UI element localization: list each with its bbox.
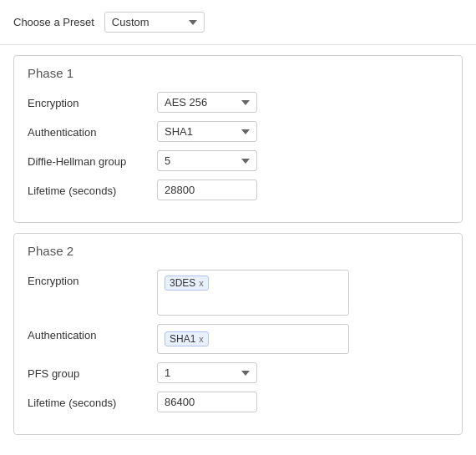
phase2-section: Phase 2 Encryption 3DES x Authentication… [13,233,463,435]
phase1-auth-label: Authentication [28,121,157,139]
phase1-dh-row: Diffie-Hellman group 1 2 5 14 [28,150,448,171]
phase1-encryption-label: Encryption [28,92,157,109]
phase2-pfs-select[interactable]: 1 2 5 14 [157,362,257,383]
phase1-title: Phase 1 [28,66,448,80]
phase2-auth-control: SHA1 x [157,324,448,354]
phase1-lifetime-label: Lifetime (seconds) [28,179,157,197]
phase2-pfs-label: PFS group [28,362,157,380]
phase1-dh-control: 1 2 5 14 [157,150,448,171]
phase2-encryption-label: Encryption [28,270,157,287]
phase2-title: Phase 2 [28,244,448,258]
phase2-auth-label: Authentication [28,324,157,341]
phase2-pfs-row: PFS group 1 2 5 14 [28,362,448,383]
phase2-auth-tag-box[interactable]: SHA1 x [157,324,349,354]
phase2-auth-tag-sha1: SHA1 x [165,331,209,346]
preset-select[interactable]: Custom Standard High Security [104,12,205,33]
phase2-encryption-tag-3des: 3DES x [165,276,209,291]
phase1-dh-select[interactable]: 1 2 5 14 [157,150,257,171]
phase1-auth-select[interactable]: SHA1 SHA256 MD5 [157,121,257,142]
phase2-pfs-control: 1 2 5 14 [157,362,448,383]
phase1-encryption-row: Encryption AES 256 AES 128 3DES DES [28,92,448,113]
phase1-lifetime-row: Lifetime (seconds) 28800 [28,179,448,200]
phase2-lifetime-label: Lifetime (seconds) [28,392,157,409]
phase2-lifetime-input[interactable]: 86400 [157,392,257,412]
preset-bar: Choose a Preset Custom Standard High Sec… [0,0,476,45]
phase1-dh-label: Diffie-Hellman group [28,150,157,168]
phase2-encryption-tag-label: 3DES [170,277,195,289]
phase1-auth-control: SHA1 SHA256 MD5 [157,121,448,142]
phase2-lifetime-row: Lifetime (seconds) 86400 [28,392,448,412]
phase1-lifetime-input[interactable]: 28800 [157,179,257,200]
phase2-encryption-row: Encryption 3DES x [28,270,448,316]
phase1-encryption-control: AES 256 AES 128 3DES DES [157,92,448,113]
phase1-lifetime-control: 28800 [157,179,448,200]
preset-label: Choose a Preset [13,16,94,28]
phase2-encryption-tag-remove[interactable]: x [199,279,204,288]
phase1-auth-row: Authentication SHA1 SHA256 MD5 [28,121,448,142]
phase2-auth-tag-label: SHA1 [170,333,195,345]
phase2-lifetime-control: 86400 [157,392,448,412]
phase2-encryption-tag-box[interactable]: 3DES x [157,270,349,316]
phase1-section: Phase 1 Encryption AES 256 AES 128 3DES … [13,55,463,223]
phase2-auth-tag-remove[interactable]: x [199,335,204,344]
phase1-encryption-select[interactable]: AES 256 AES 128 3DES DES [157,92,257,113]
phase2-encryption-control: 3DES x [157,270,448,316]
phase2-auth-row: Authentication SHA1 x [28,324,448,354]
